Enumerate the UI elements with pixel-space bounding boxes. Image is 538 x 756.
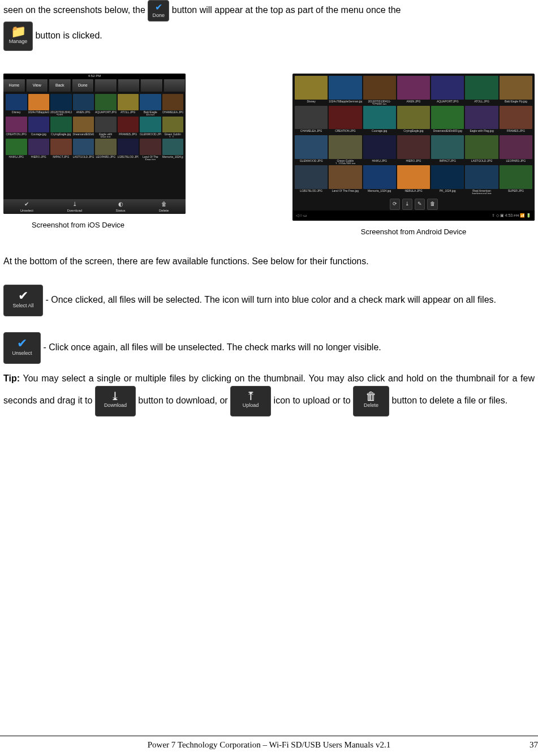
android-thumbnail: PK_1024.jpg	[431, 165, 464, 194]
android-thumbnail: FRAMES.JPG	[500, 106, 532, 135]
done-icon: ✔ Done	[148, 0, 169, 22]
screenshots-row: 4:52 PM HomeViewBackDone Disney1024x768a…	[3, 74, 535, 238]
text: button will appear at the top as part of…	[172, 5, 401, 15]
ios-topbar-button: Home	[3, 79, 25, 92]
unselect-icon: ✔ Unselect	[3, 332, 41, 364]
upload-icon: ⤒ Upload	[230, 386, 271, 416]
ios-thumbnail: Land Of The Free.jpg	[140, 139, 161, 160]
ios-thumbnail: AQUAPORT.JPG	[95, 94, 117, 115]
ios-thumbnail: Bald Eagle Fly.jpg	[140, 94, 161, 115]
android-thumbnail: HIERO.JPG	[397, 135, 430, 164]
ios-thumbnail: CHAMELEA.JPG	[162, 94, 184, 115]
delete-icon: 🗑 Delete	[353, 386, 389, 416]
ios-thumbnail: HIERO.JPG	[28, 139, 50, 160]
ios-screenshot: 4:52 PM HomeViewBackDone Disney1024x768a…	[3, 74, 186, 214]
ios-thumbnail: LASTGOLD.JPG	[73, 139, 94, 160]
download-icon: ⤓ Download	[95, 386, 136, 416]
android-toolbar-button: ⤓	[402, 199, 412, 210]
ios-thumbnail: Eagle with Flag.jpg	[95, 117, 117, 138]
ios-topbar-button: View	[27, 79, 49, 92]
android-thumbnail: 1024x768appleGerman.jpg	[329, 76, 361, 105]
text: seen on the screenshots below, the	[3, 5, 148, 15]
android-thumbnail: CHAMELEA.JPG	[295, 106, 328, 135]
android-thumbnail: ATOLL.JPG	[465, 76, 498, 105]
ios-thumbnail: DreamandE60x600.jpg	[73, 117, 94, 138]
ios-topbar-button	[118, 79, 140, 92]
footer-text: Power 7 Technology Corporation – Wi-Fi S…	[23, 738, 515, 751]
ios-thumbnail: Memoria_1024.jpg	[162, 139, 184, 160]
android-toolbar-button: 🗑	[427, 199, 438, 210]
android-thumbnail: DreamandE60x600.jpg	[431, 106, 464, 135]
ios-thumbnail: IMPACT.JPG	[50, 139, 72, 160]
android-thumbnail: ANEN.JPG	[397, 76, 430, 105]
ios-thumbnail: 20120703130411-5265...	[50, 94, 72, 115]
android-thumbnail: GLENWOOD.JPG	[295, 135, 328, 164]
ios-thumbnail: LEOPARD.JPG	[95, 139, 117, 160]
android-thumbnail: LEOPARD.JPG	[500, 135, 532, 164]
ios-thumbnail: Disney	[6, 94, 27, 115]
ios-thumbnail: CryingEagle.jpg	[50, 117, 72, 138]
text: button to delete a file or files.	[392, 396, 508, 405]
paragraph-unselect: ✔ Unselect - Click once again, all files…	[3, 332, 535, 364]
android-thumbnail: Real American background.jpg	[465, 165, 498, 194]
android-screenshot: Disney1024x768appleGerman.jpg20120703130…	[292, 74, 535, 221]
android-thumbnail: CREATION.JPG	[329, 106, 361, 135]
android-screenshot-column: Disney1024x768appleGerman.jpg20120703130…	[292, 74, 535, 238]
android-thumbnail: Bald Eagle Fly.jpg	[500, 76, 532, 105]
tip-label: Tip:	[3, 373, 20, 383]
android-thumbnail: AQUAPORT.JPG	[431, 76, 464, 105]
android-thumbnail: LASTGOLD.JPG	[465, 135, 498, 164]
android-thumbnail: 20120703130411-525666.jpg	[363, 76, 396, 105]
ios-topbar-button	[95, 79, 117, 92]
android-thumbnail: Land Of The Free.jpg	[329, 165, 361, 194]
android-thumbnail: IMPACT.JPG	[431, 135, 464, 164]
ios-caption: Screenshot from iOS Device	[3, 220, 186, 231]
android-toolbar-button: ⟳	[390, 199, 400, 210]
ios-thumbnail: FRAMES.JPG	[118, 117, 139, 138]
android-thumbnail: Memoria_1024.jpg	[363, 165, 396, 194]
paragraph-intro: seen on the screenshots below, the ✔ Don…	[3, 0, 535, 51]
android-sys-right: ⇧ ◇ ▣ 4:53 ᴘᴍ 📶 🔋	[492, 213, 531, 219]
ios-thumbnail: GLENWOOD.JPG	[140, 117, 161, 138]
manage-icon: 📁 Manage	[3, 22, 33, 51]
ios-bottombar-button: ✔Unselect	[20, 200, 33, 214]
android-thumbnail: Green Goblin 1_1024x768.jpg	[329, 135, 361, 164]
android-thumbnail: LGB176LOD.JPG	[295, 165, 328, 194]
android-caption: Screenshot from Android Device	[292, 226, 535, 238]
ios-thumbnail: ANEN.JPG	[73, 94, 94, 115]
ios-screenshot-column: 4:52 PM HomeViewBackDone Disney1024x768a…	[3, 74, 186, 231]
android-thumbnail: Disney	[295, 76, 328, 105]
paragraph-tip: Tip: You may select a single or multiple…	[3, 372, 535, 416]
ios-thumbnail: ATOLL.JPG	[118, 94, 139, 115]
paragraph-functions: At the bottom of the screen, there are f…	[3, 255, 535, 269]
android-thumbnail: NEBULA.JPG	[397, 165, 430, 194]
text: - Once clicked, all files will be select…	[45, 295, 496, 304]
ios-bottombar-button: 🗑Delete	[159, 200, 169, 214]
ios-topbar-button	[141, 79, 163, 92]
android-toolbar-button: ✎	[415, 199, 425, 210]
page-number: 37	[515, 738, 538, 751]
text: - Click once again, all files will be un…	[43, 342, 381, 352]
ios-status-time: 4:52 PM	[88, 74, 101, 79]
ios-thumbnail: CREATION.JPG	[6, 117, 27, 138]
text: button to download, or	[138, 396, 230, 405]
android-thumbnail: HAIKU.JPG	[363, 135, 396, 164]
select-all-icon: ✔ Select All	[3, 285, 43, 316]
ios-thumbnail: Green Goblin 1_1...	[162, 117, 184, 138]
paragraph-selectall: ✔ Select All - Once clicked, all files w…	[3, 285, 535, 316]
ios-topbar-button	[164, 79, 186, 92]
ios-topbar-button: Done	[72, 79, 94, 92]
page-footer: Power 7 Technology Corporation – Wi-Fi S…	[0, 736, 538, 751]
ios-bottombar-button: ⤓Download	[67, 200, 82, 214]
text: button is clicked.	[35, 31, 102, 40]
ios-thumbnail: LGB176LOD.JPG	[118, 139, 139, 160]
ios-thumbnail: HAIKU.JPG	[6, 139, 27, 160]
ios-thumbnail: Courage.jpg	[28, 117, 50, 138]
android-thumbnail: CryingEagle.jpg	[397, 106, 430, 135]
ios-topbar-button: Back	[49, 79, 71, 92]
android-thumbnail: Eagle with Flag.jpg	[465, 106, 498, 135]
android-thumbnail: Courage.jpg	[363, 106, 396, 135]
text: icon to upload or to	[274, 396, 354, 405]
ios-bottombar-button: ◐Status	[116, 200, 126, 214]
android-sys-left: ◁ ○ ▭	[296, 213, 307, 219]
